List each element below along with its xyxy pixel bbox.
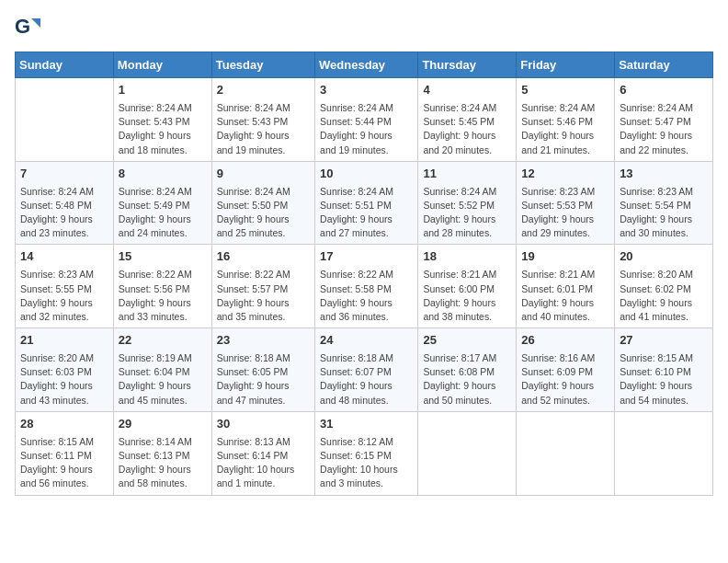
day-number: 29 — [119, 416, 207, 433]
day-number: 30 — [217, 416, 310, 433]
day-number: 21 — [20, 332, 108, 350]
day-number: 15 — [119, 248, 207, 266]
weekday-header: Monday — [113, 52, 211, 78]
day-content: Sunrise: 8:22 AM Sunset: 5:57 PM Dayligh… — [217, 268, 310, 324]
weekday-header: Sunday — [16, 52, 114, 78]
calendar-cell: 19Sunrise: 8:21 AM Sunset: 6:01 PM Dayli… — [517, 245, 615, 328]
weekday-header: Thursday — [418, 52, 517, 78]
calendar-cell: 10Sunrise: 8:24 AM Sunset: 5:51 PM Dayli… — [315, 161, 418, 245]
day-content: Sunrise: 8:12 AM Sunset: 6:15 PM Dayligh… — [320, 435, 413, 491]
day-content: Sunrise: 8:21 AM Sunset: 6:00 PM Dayligh… — [423, 268, 511, 324]
day-content: Sunrise: 8:24 AM Sunset: 5:49 PM Dayligh… — [119, 185, 207, 241]
day-content: Sunrise: 8:14 AM Sunset: 6:13 PM Dayligh… — [119, 435, 207, 491]
calendar-week-row: 7Sunrise: 8:24 AM Sunset: 5:48 PM Daylig… — [16, 161, 713, 245]
calendar-cell: 27Sunrise: 8:15 AM Sunset: 6:10 PM Dayli… — [615, 328, 713, 412]
day-content: Sunrise: 8:24 AM Sunset: 5:43 PM Dayligh… — [119, 101, 207, 157]
day-number: 19 — [521, 248, 609, 266]
day-content: Sunrise: 8:18 AM Sunset: 6:05 PM Dayligh… — [217, 351, 310, 408]
day-content: Sunrise: 8:21 AM Sunset: 6:01 PM Dayligh… — [521, 268, 609, 324]
day-number: 27 — [620, 332, 708, 350]
day-content: Sunrise: 8:24 AM Sunset: 5:48 PM Dayligh… — [20, 185, 108, 241]
weekday-header: Tuesday — [211, 52, 314, 78]
day-number: 22 — [119, 332, 207, 350]
day-content: Sunrise: 8:23 AM Sunset: 5:55 PM Dayligh… — [20, 268, 108, 324]
calendar-cell: 21Sunrise: 8:20 AM Sunset: 6:03 PM Dayli… — [16, 328, 114, 412]
logo-icon: G — [15, 15, 40, 40]
calendar-cell: 14Sunrise: 8:23 AM Sunset: 5:55 PM Dayli… — [16, 245, 114, 328]
calendar-cell: 8Sunrise: 8:24 AM Sunset: 5:49 PM Daylig… — [113, 161, 211, 245]
day-content: Sunrise: 8:15 AM Sunset: 6:11 PM Dayligh… — [20, 435, 108, 491]
calendar-cell: 13Sunrise: 8:23 AM Sunset: 5:54 PM Dayli… — [615, 161, 713, 245]
day-content: Sunrise: 8:19 AM Sunset: 6:04 PM Dayligh… — [119, 351, 207, 408]
logo: G — [15, 15, 42, 40]
day-number: 31 — [320, 416, 413, 433]
calendar-week-row: 1Sunrise: 8:24 AM Sunset: 5:43 PM Daylig… — [16, 78, 713, 162]
calendar-cell: 5Sunrise: 8:24 AM Sunset: 5:46 PM Daylig… — [517, 78, 615, 162]
day-content: Sunrise: 8:20 AM Sunset: 6:02 PM Dayligh… — [620, 268, 708, 324]
day-content: Sunrise: 8:16 AM Sunset: 6:09 PM Dayligh… — [521, 351, 609, 408]
calendar-cell: 6Sunrise: 8:24 AM Sunset: 5:47 PM Daylig… — [615, 78, 713, 162]
day-number: 25 — [423, 332, 511, 350]
calendar-cell: 12Sunrise: 8:23 AM Sunset: 5:53 PM Dayli… — [517, 161, 615, 245]
day-content: Sunrise: 8:24 AM Sunset: 5:51 PM Dayligh… — [320, 185, 413, 241]
calendar-cell: 24Sunrise: 8:18 AM Sunset: 6:07 PM Dayli… — [315, 328, 418, 412]
svg-text:G: G — [15, 15, 30, 38]
calendar-table: SundayMondayTuesdayWednesdayThursdayFrid… — [15, 52, 713, 496]
calendar-week-row: 28Sunrise: 8:15 AM Sunset: 6:11 PM Dayli… — [16, 411, 713, 495]
day-content: Sunrise: 8:24 AM Sunset: 5:52 PM Dayligh… — [423, 185, 511, 241]
day-content: Sunrise: 8:24 AM Sunset: 5:45 PM Dayligh… — [423, 101, 511, 157]
weekday-header: Saturday — [615, 52, 713, 78]
day-number: 24 — [320, 332, 413, 350]
calendar-cell: 29Sunrise: 8:14 AM Sunset: 6:13 PM Dayli… — [113, 411, 211, 495]
calendar-cell: 20Sunrise: 8:20 AM Sunset: 6:02 PM Dayli… — [615, 245, 713, 328]
calendar-cell: 23Sunrise: 8:18 AM Sunset: 6:05 PM Dayli… — [211, 328, 314, 412]
day-content: Sunrise: 8:15 AM Sunset: 6:10 PM Dayligh… — [620, 351, 708, 408]
day-number: 7 — [20, 166, 108, 183]
day-number: 5 — [521, 82, 609, 99]
day-content: Sunrise: 8:24 AM Sunset: 5:44 PM Dayligh… — [320, 101, 413, 157]
calendar-cell: 17Sunrise: 8:22 AM Sunset: 5:58 PM Dayli… — [315, 245, 418, 328]
calendar-cell: 1Sunrise: 8:24 AM Sunset: 5:43 PM Daylig… — [113, 78, 211, 162]
calendar-cell: 7Sunrise: 8:24 AM Sunset: 5:48 PM Daylig… — [16, 161, 114, 245]
day-number: 3 — [320, 82, 413, 99]
calendar-cell: 18Sunrise: 8:21 AM Sunset: 6:00 PM Dayli… — [418, 245, 517, 328]
day-number: 14 — [20, 248, 108, 266]
day-content: Sunrise: 8:24 AM Sunset: 5:46 PM Dayligh… — [521, 101, 609, 157]
page-header: G — [15, 15, 713, 40]
day-content: Sunrise: 8:18 AM Sunset: 6:07 PM Dayligh… — [320, 351, 413, 408]
weekday-header: Wednesday — [315, 52, 418, 78]
weekday-header: Friday — [517, 52, 615, 78]
day-content: Sunrise: 8:17 AM Sunset: 6:08 PM Dayligh… — [423, 351, 511, 408]
day-number: 13 — [620, 166, 708, 183]
day-number: 9 — [217, 166, 310, 183]
day-number: 23 — [217, 332, 310, 350]
day-number: 2 — [217, 82, 310, 99]
calendar-cell: 3Sunrise: 8:24 AM Sunset: 5:44 PM Daylig… — [315, 78, 418, 162]
calendar-cell: 25Sunrise: 8:17 AM Sunset: 6:08 PM Dayli… — [418, 328, 517, 412]
day-content: Sunrise: 8:24 AM Sunset: 5:47 PM Dayligh… — [620, 101, 708, 157]
calendar-cell: 28Sunrise: 8:15 AM Sunset: 6:11 PM Dayli… — [16, 411, 114, 495]
calendar-header: SundayMondayTuesdayWednesdayThursdayFrid… — [16, 52, 713, 78]
calendar-cell: 22Sunrise: 8:19 AM Sunset: 6:04 PM Dayli… — [113, 328, 211, 412]
day-content: Sunrise: 8:23 AM Sunset: 5:54 PM Dayligh… — [620, 185, 708, 241]
calendar-cell: 15Sunrise: 8:22 AM Sunset: 5:56 PM Dayli… — [113, 245, 211, 328]
calendar-cell — [16, 78, 114, 162]
day-content: Sunrise: 8:24 AM Sunset: 5:50 PM Dayligh… — [217, 185, 310, 241]
day-content: Sunrise: 8:22 AM Sunset: 5:56 PM Dayligh… — [119, 268, 207, 324]
day-content: Sunrise: 8:24 AM Sunset: 5:43 PM Dayligh… — [217, 101, 310, 157]
calendar-cell: 26Sunrise: 8:16 AM Sunset: 6:09 PM Dayli… — [517, 328, 615, 412]
calendar-cell — [615, 411, 713, 495]
day-number: 11 — [423, 166, 511, 183]
day-content: Sunrise: 8:13 AM Sunset: 6:14 PM Dayligh… — [217, 435, 310, 491]
day-content: Sunrise: 8:23 AM Sunset: 5:53 PM Dayligh… — [521, 185, 609, 241]
calendar-cell: 4Sunrise: 8:24 AM Sunset: 5:45 PM Daylig… — [418, 78, 517, 162]
day-number: 8 — [119, 166, 207, 183]
day-content: Sunrise: 8:20 AM Sunset: 6:03 PM Dayligh… — [20, 351, 108, 408]
calendar-cell — [517, 411, 615, 495]
svg-marker-1 — [31, 18, 40, 28]
calendar-week-row: 21Sunrise: 8:20 AM Sunset: 6:03 PM Dayli… — [16, 328, 713, 412]
day-number: 12 — [521, 166, 609, 183]
calendar-cell: 2Sunrise: 8:24 AM Sunset: 5:43 PM Daylig… — [211, 78, 314, 162]
day-number: 20 — [620, 248, 708, 266]
calendar-cell: 30Sunrise: 8:13 AM Sunset: 6:14 PM Dayli… — [211, 411, 314, 495]
